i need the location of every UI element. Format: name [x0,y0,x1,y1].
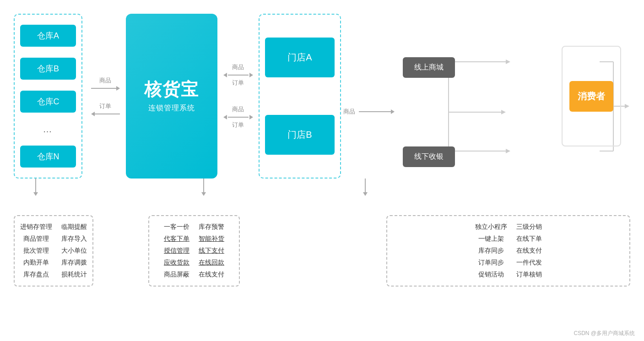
wf-2-2: 库存导入 [61,235,87,243]
goods-label-1: 商品 [99,76,111,85]
online-shop-label: 线上商城 [403,57,455,78]
store-features-wrapper: 一客一价 代客下单 授信管理 应收货款 商品屏蔽 库存预警 智能补货 线下支付 … [148,215,240,332]
sf-1-1: 一客一价 [164,223,189,231]
store-features: 一客一价 代客下单 授信管理 应收货款 商品屏蔽 库存预警 智能补货 线下支付 … [148,215,240,287]
wf-1-5: 库存盘点 [20,271,52,279]
core-system-box: 核货宝 连锁管理系统 [126,14,217,179]
warehouse-column: 仓库A 仓库B 仓库C … 仓库N [14,14,85,179]
of-1-5: 促销活动 [475,271,507,279]
wf-1-4: 内勤开单 [20,259,52,267]
online-features-wrapper: 独立小程序 一键上架 库存同步 订单同步 促销活动 三级分销 在线下单 在线支付… [386,215,630,332]
store-features-col2: 库存预警 智能补货 线下支付 在线回款 在线支付 [199,223,224,279]
order-arrow-up: 订单 [91,102,120,116]
goods-arrow-stores-bottom: 商品 订单 [223,105,253,129]
warehouse-b: 仓库B [20,58,76,80]
consumer-container: 消费者 [562,46,621,146]
wf-2-4: 库存调拨 [61,259,87,267]
of-2-2: 在线下单 [516,235,542,243]
down-arrows-row [14,183,630,199]
offline-cashier-label: 线下收银 [403,146,455,167]
warehouse-features: 进销存管理 商品管理 批次管理 内勤开单 库存盘点 临期提醒 库存导入 大小单位… [14,215,93,287]
offline-cashier-box: 线下收银 [403,146,455,167]
core-subtitle: 连锁管理系统 [148,103,195,113]
of-2-4: 一件代发 [516,259,542,267]
warehouse-features-col1: 进销存管理 商品管理 批次管理 内勤开单 库存盘点 [20,223,52,279]
of-1-1: 独立小程序 [475,223,507,231]
online-features: 独立小程序 一键上架 库存同步 订单同步 促销活动 三级分销 在线下单 在线支付… [386,215,630,287]
sf-2-5: 在线支付 [199,271,224,279]
order-label-3: 订单 [232,121,244,129]
consumer-box: 消费者 [569,81,613,112]
of-2-1: 三级分销 [516,223,542,231]
online-features-col2: 三级分销 在线下单 在线支付 一件代发 订单核销 [516,223,542,279]
online-features-col1: 独立小程序 一键上架 库存同步 订单同步 促销活动 [475,223,507,279]
store-a: 门店A [265,38,335,77]
goods-label-right: 商品 [343,108,355,116]
sf-2-1: 库存预警 [199,223,224,231]
stores-features-wrapper [295,215,379,332]
arrow-core-stores: 商品 订单 商品 订单 [217,9,259,183]
warehouse-a: 仓库A [20,25,76,47]
arrow-warehouse-core: 商品 订单 [85,9,126,183]
goods-label-3: 商品 [232,105,244,114]
spacer-2 [247,215,288,332]
sf-1-5: 商品屏蔽 [164,271,189,279]
order-label-1: 订单 [99,102,111,110]
sf-1-3: 授信管理 [164,247,189,255]
goods-arrow-down: 商品 [91,76,120,91]
store-b: 门店B [265,115,335,155]
diagram-bottom: 进销存管理 商品管理 批次管理 内勤开单 库存盘点 临期提醒 库存导入 大小单位… [14,201,630,332]
main-container: 仓库A 仓库B 仓库C … 仓库N 商品 订单 [0,0,644,341]
wf-1-1: 进销存管理 [20,223,52,231]
goods-to-consumer: 商品 [343,108,395,116]
store-features-col1: 一客一价 代客下单 授信管理 应收货款 商品屏蔽 [164,223,189,279]
wf-2-1: 临期提醒 [61,223,87,231]
right-channels-column: 线上商城 商品 线下收银 消费者 [343,9,630,183]
wf-1-3: 批次管理 [20,247,52,255]
warehouse-dots: … [20,124,76,135]
of-1-4: 订单同步 [475,259,507,267]
wf-1-2: 商品管理 [20,235,52,243]
core-title: 核货宝 [144,79,199,100]
online-shop-box: 线上商城 [403,57,455,78]
sf-2-2: 智能补货 [199,235,224,243]
brand-watermark: CSDN @多用户商城系统 [574,330,635,337]
warehouse-features-wrapper: 进销存管理 商品管理 批次管理 内勤开单 库存盘点 临期提醒 库存导入 大小单位… [14,215,93,332]
of-2-3: 在线支付 [516,247,542,255]
core-column: 核货宝 连锁管理系统 [126,14,217,179]
warehouse-group: 仓库A 仓库B 仓库C … 仓库N [14,14,82,179]
of-1-3: 库存同步 [475,247,507,255]
warehouse-n: 仓库N [20,146,76,168]
diagram: 仓库A 仓库B 仓库C … 仓库N 商品 订单 [14,9,630,332]
sf-1-2: 代客下单 [164,235,189,243]
of-1-2: 一键上架 [475,235,507,243]
warehouse-c: 仓库C [20,91,76,113]
wf-2-5: 损耗统计 [61,271,87,279]
wf-2-3: 大小单位 [61,247,87,255]
stores-column: 门店A 门店B [259,14,343,179]
goods-label-2: 商品 [232,63,244,71]
order-label-2: 订单 [232,79,244,87]
sf-2-4: 在线回款 [199,259,224,267]
sf-2-3: 线下支付 [199,247,224,255]
goods-arrow-stores-top: 商品 订单 [223,63,253,87]
warehouse-features-col2: 临期提醒 库存导入 大小单位 库存调拨 损耗统计 [61,223,87,279]
diagram-top: 仓库A 仓库B 仓库C … 仓库N 商品 订单 [14,9,630,183]
spacer-1 [100,215,141,332]
of-2-5: 订单核销 [516,271,542,279]
store-group: 门店A 门店B [259,14,341,179]
sf-1-4: 应收货款 [164,259,189,267]
